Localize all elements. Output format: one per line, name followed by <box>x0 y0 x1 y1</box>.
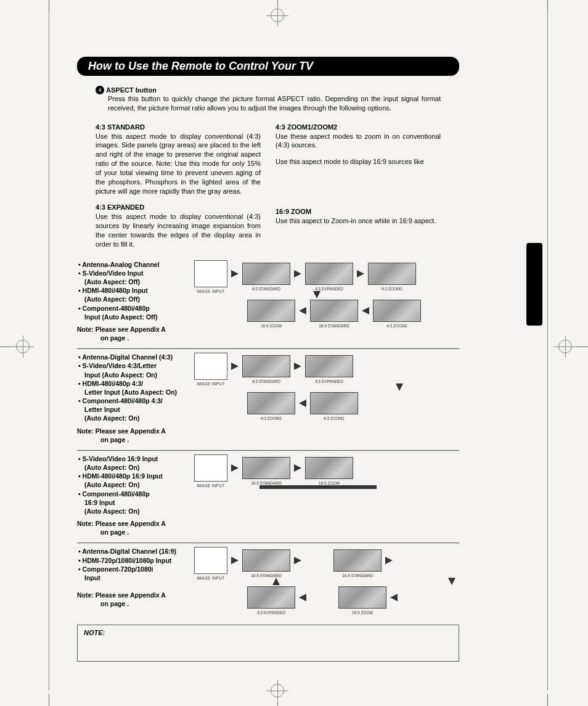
image-input-box: IMAGE INPUT <box>194 353 227 380</box>
arrow-down-icon <box>313 291 321 298</box>
page-content: How to Use the Remote to Control Your TV… <box>77 57 459 662</box>
thumb-169-zoom: 16:9 ZOOM <box>338 586 386 609</box>
diagram-group-4: • Antenna-Digital Channel (16:9) • HDMI-… <box>77 547 459 617</box>
arrow-left-icon <box>299 307 306 314</box>
arrow-right-icon <box>294 270 301 277</box>
arrow-right-icon <box>231 464 239 472</box>
thumb-43-zoom1: 4:3 ZOOM1 <box>368 263 416 285</box>
mode-43zoom-p2: Use this aspect mode to display 16:9 sou… <box>276 157 441 166</box>
thumb-43-expanded: 4:3 EXPANDED <box>247 586 295 609</box>
side-tab <box>526 243 542 326</box>
arrow-left-icon <box>362 307 369 314</box>
thumb-169-zoom: 16:9 ZOOM <box>247 300 295 322</box>
image-input-box: IMAGE INPUT <box>194 260 227 287</box>
arrow-right-icon <box>294 363 301 370</box>
note-box: NOTE: <box>77 625 459 662</box>
arrow-right-icon <box>357 270 364 277</box>
diagram-group-2: • Antenna-Digital Channel (4:3) • S-Vide… <box>77 353 459 451</box>
arrow-right-icon <box>294 557 301 564</box>
thumb-43-expanded: 4:3 EXPANDED <box>305 355 353 377</box>
mode-43zoom-p: Use these aspect modes to zoom in on con… <box>276 132 441 150</box>
right-column: 4:3 ZOOM1/ZOOM2 Use these aspect modes t… <box>276 123 441 257</box>
item-name: ASPECT button <box>106 86 157 94</box>
image-input-box: IMAGE INPUT <box>194 547 227 574</box>
arrow-down-icon <box>396 384 403 391</box>
thumb-43-zoom2: 4:3 ZOOM2 <box>247 392 295 414</box>
arrow-right-icon <box>385 557 393 564</box>
arrow-down-icon <box>448 578 455 585</box>
diagram-group-1: • Antenna-Analog Channel • S-Video/Video… <box>77 260 459 350</box>
thumb-43-standard: 4:3 STANDARD <box>242 355 290 377</box>
arrow-left-icon <box>299 594 306 601</box>
thumb-43-standard: 4:3 STANDARD <box>242 263 290 285</box>
arrow-right-icon <box>294 464 301 472</box>
arrow-right-icon <box>231 363 239 370</box>
thumb-43-expanded: 4:3 EXPANDED <box>305 263 353 285</box>
thumb-43-zoom1: 4:3 ZOOM1 <box>310 392 358 414</box>
mode-43std-p: Use this aspect mode to display conventi… <box>96 132 261 196</box>
arrow-right-icon <box>231 557 239 564</box>
arrow-left-icon <box>299 400 306 407</box>
mode-43exp-h: 4:3 EXPANDED <box>96 203 261 212</box>
image-input-box: IMAGE INPUT <box>194 454 227 482</box>
diagram-group-3: • S-Video/Video 16:9 Input (Auto Aspect:… <box>77 454 459 544</box>
thumb-43-zoom2: 4:3 ZOOM2 <box>373 300 421 322</box>
loop-connector <box>259 485 377 489</box>
thumb-169-standard: 16:9 STANDARD <box>242 457 290 479</box>
mode-43std-h: 4:3 STANDARD <box>96 123 261 132</box>
mode-43zoom-h: 4:3 ZOOM1/ZOOM2 <box>276 123 441 132</box>
thumb-169-standard: 16:9 STANDARD <box>242 549 290 572</box>
mode-43exp-p: Use this aspect mode to display conventi… <box>96 212 261 248</box>
section-header: How to Use the Remote to Control Your TV <box>77 57 459 76</box>
arrow-up-icon <box>272 578 280 585</box>
note-label: NOTE: <box>84 629 105 636</box>
arrow-left-icon <box>390 594 398 601</box>
thumb-169-zoom: 16:9 ZOOM <box>305 457 353 479</box>
arrow-right-icon <box>231 270 239 277</box>
mode-169zoom-p: Use this aspect to Zoom-in once while in… <box>276 216 441 226</box>
item-description: Press this button to quickly change the … <box>108 94 441 113</box>
thumb-169-standard: 16:9 STANDARD <box>333 549 382 572</box>
mode-169zoom-h: 16:9 ZOOM <box>276 207 441 216</box>
thumb-169-standard: 16:9 STANDARD <box>310 300 358 322</box>
item-number-badge: 4 <box>96 86 104 94</box>
left-column: 4:3 STANDARD Use this aspect mode to dis… <box>96 123 261 257</box>
section-title: How to Use the Remote to Control Your TV <box>88 60 313 72</box>
